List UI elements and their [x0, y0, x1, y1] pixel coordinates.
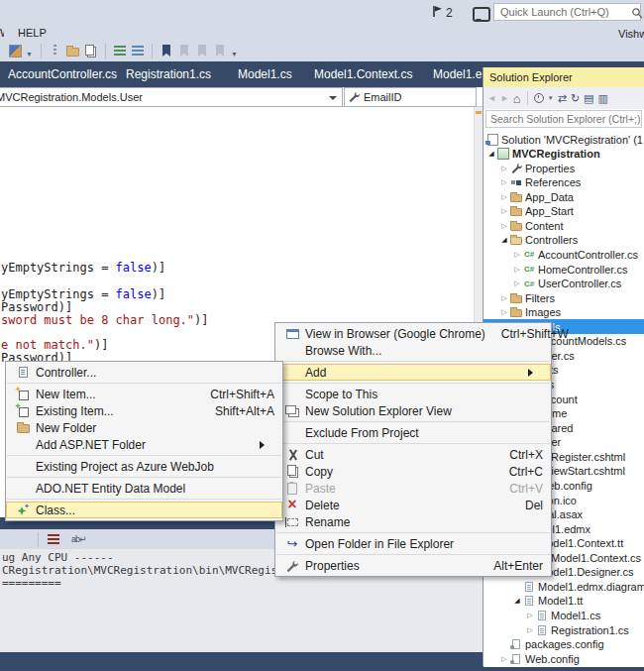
menu-item-ado-net-entity-data-model[interactable]: ADO.NET Entity Data Model: [6, 480, 282, 497]
menu-item-new-solution-explorer-view[interactable]: New Solution Explorer View: [275, 402, 551, 419]
tree-item-properties[interactable]: ▷Properties: [483, 161, 644, 175]
quick-launch-input[interactable]: Quick Launch (Ctrl+Q): [493, 3, 641, 21]
collapse-arrow-icon[interactable]: ◢: [486, 150, 496, 158]
overflow-chevron-icon[interactable]: ▼: [231, 51, 238, 57]
menu-item-partial[interactable]: W: [0, 27, 4, 39]
drag-handle[interactable]: [48, 43, 63, 58]
tree-item-images[interactable]: ▷Images: [483, 305, 644, 320]
menu-item-scope-to-this[interactable]: Scope to This: [275, 386, 551, 402]
menu-item-help[interactable]: HELP: [18, 27, 47, 39]
tree-item-references[interactable]: ▷References: [483, 175, 644, 190]
menu-item-cut[interactable]: CutCtrl+X: [275, 446, 551, 463]
back-icon[interactable]: ◄: [487, 93, 496, 103]
expand-arrow-icon[interactable]: ▷: [525, 626, 535, 634]
member-dropdown[interactable]: EmailID: [344, 87, 477, 107]
menu-item-existing-project-as-azure-webjob[interactable]: Existing Project as Azure WebJob: [6, 458, 282, 475]
collapse-arrow-icon[interactable]: ◢: [499, 236, 509, 244]
tree-item-packages-config[interactable]: packages.config: [483, 637, 644, 652]
expand-arrow-icon[interactable]: ▷: [499, 294, 509, 302]
menu-separator: [276, 532, 550, 533]
menu-item-copy[interactable]: CopyCtrl+C: [275, 463, 551, 480]
menu-separator: [7, 477, 281, 478]
menu-item-add-asp-net-folder[interactable]: Add ASP.NET Folder: [6, 436, 282, 453]
tab-accountcontroller-cs[interactable]: AccountController.cs: [8, 61, 117, 87]
tree-item-content[interactable]: ▷Content: [483, 218, 644, 233]
solution-explorer-title[interactable]: Solution Explorer: [483, 67, 644, 87]
tree-item-app-data[interactable]: ▷App_Data: [483, 189, 644, 204]
signed-in-user[interactable]: Vishw: [618, 28, 644, 40]
expand-arrow-icon[interactable]: ▷: [499, 655, 509, 663]
extension-icon[interactable]: [7, 43, 23, 58]
notifications-count[interactable]: 2: [446, 6, 453, 20]
rename-icon: [287, 518, 298, 526]
tree-item-accountcontroller-cs[interactable]: ▷C#AccountController.cs: [483, 247, 644, 262]
notifications-flag-icon[interactable]: [432, 5, 443, 21]
expand-arrow-icon[interactable]: ▷: [512, 280, 522, 287]
sync-with-active-document-icon[interactable]: ⇄: [558, 92, 567, 105]
menu-item-new-folder[interactable]: New Folder: [6, 419, 282, 436]
type-dropdown[interactable]: MVCRegistration.Models.User: [0, 87, 343, 107]
menu-item-delete[interactable]: ×DeleteDel: [275, 497, 551, 513]
prev-bookmark-icon[interactable]: [176, 43, 192, 58]
tree-item-app-start[interactable]: ▷App_Start: [483, 204, 644, 219]
refresh-icon[interactable]: ↻: [571, 92, 580, 105]
expand-arrow-icon[interactable]: ▷: [499, 178, 509, 186]
menu-item-browse-with[interactable]: Browse With...: [275, 342, 551, 359]
properties-page-icon[interactable]: ▥: [598, 92, 608, 105]
expand-arrow-icon[interactable]: ▷: [499, 308, 509, 316]
next-bookmark-icon[interactable]: [194, 43, 210, 58]
expand-arrow-icon[interactable]: ▷: [499, 193, 509, 201]
menu-item-open-folder-in-file-explorer[interactable]: ↪Open Folder in File Explorer: [275, 535, 551, 552]
indent-icon[interactable]: [112, 43, 128, 58]
tree-item-label: Model1.Context.cs: [551, 552, 641, 564]
tab-model1-context-cs[interactable]: Model1.Context.cs: [314, 61, 412, 87]
word-wrap-icon[interactable]: ab↵: [71, 534, 86, 544]
expand-arrow-icon[interactable]: ▷: [499, 222, 509, 230]
solution-explorer-search-input[interactable]: Search Solution Explorer (Ctrl+;): [485, 110, 642, 128]
tree-item-mvcregistration[interactable]: ◢MVCRegistration: [483, 147, 644, 162]
expand-arrow-icon[interactable]: ▷: [512, 251, 522, 259]
menu-item-class[interactable]: Class...: [6, 502, 282, 518]
menu-item-existing-item[interactable]: Existing Item...Shift+Alt+A: [6, 402, 282, 419]
tab-registration1-cs[interactable]: Registration1.cs: [126, 61, 211, 87]
document-copy-icon[interactable]: [83, 43, 99, 58]
tree-item-model1-tt[interactable]: ◢Model1.tt: [483, 594, 644, 609]
forward-icon[interactable]: ►: [500, 93, 509, 103]
menu-item-view-in-browser-google-chrome[interactable]: View in Browser (Google Chrome)Ctrl+Shif…: [275, 325, 551, 342]
pending-changes-filter-icon[interactable]: [534, 93, 544, 103]
tree-item-controllers[interactable]: ◢Controllers: [483, 233, 644, 248]
menu-item-add[interactable]: Add: [275, 364, 551, 381]
menu-item-controller[interactable]: Controller...: [6, 364, 282, 381]
tab-model1-cs[interactable]: Model1.cs: [238, 61, 292, 87]
tree-item-usercontroller-cs[interactable]: ▷C#UserController.cs: [483, 277, 644, 291]
clear-bookmarks-icon[interactable]: [212, 43, 228, 58]
tree-item-filters[interactable]: ▷Filters: [483, 290, 644, 305]
menu-item-rename[interactable]: Rename: [275, 513, 551, 530]
expand-arrow-icon[interactable]: ▷: [499, 207, 509, 215]
chevron-down-icon[interactable]: ▼: [548, 95, 554, 101]
home-icon[interactable]: ⌂: [513, 91, 521, 106]
tab-model1-e[interactable]: Model1.e: [433, 61, 482, 87]
expand-arrow-icon[interactable]: ▷: [512, 266, 522, 274]
outdent-icon[interactable]: [130, 43, 146, 58]
tree-item-web-config[interactable]: ▷Web.config: [483, 651, 644, 666]
collapse-arrow-icon[interactable]: ◢: [512, 597, 522, 605]
tree-item-homecontroller-cs[interactable]: ▷C#HomeController.cs: [483, 262, 644, 277]
expand-arrow-icon[interactable]: ▷: [499, 165, 509, 172]
title-bar: 2 Quick Launch (Ctrl+Q): [0, 0, 644, 26]
collapse-all-icon[interactable]: ▤: [584, 92, 593, 105]
expand-arrow-icon[interactable]: ▷: [525, 612, 535, 619]
menu-item-paste[interactable]: PasteCtrl+V: [275, 480, 551, 497]
clear-all-icon[interactable]: [48, 534, 59, 544]
chevron-down-icon[interactable]: ▼: [26, 51, 33, 57]
tree-item-model1-edmx-diagram[interactable]: Model1.edmx.diagram: [483, 579, 644, 594]
tree-item-registration1-cs[interactable]: ▷Registration1.cs: [483, 622, 644, 637]
tree-item-solution-mvcregistration-1-pro[interactable]: Solution 'MVCRegistration' (1 pro: [483, 132, 644, 147]
new-folder-icon[interactable]: [65, 43, 81, 58]
menu-item-exclude-from-project[interactable]: Exclude From Project: [275, 424, 551, 441]
feedback-icon[interactable]: [473, 7, 490, 22]
tree-item-model1-cs[interactable]: ▷Model1.cs: [483, 608, 644, 622]
menu-item-properties[interactable]: PropertiesAlt+Enter: [275, 557, 551, 574]
menu-item-new-item[interactable]: New Item...Ctrl+Shift+A: [6, 386, 282, 402]
bookmark-icon[interactable]: [159, 43, 174, 58]
